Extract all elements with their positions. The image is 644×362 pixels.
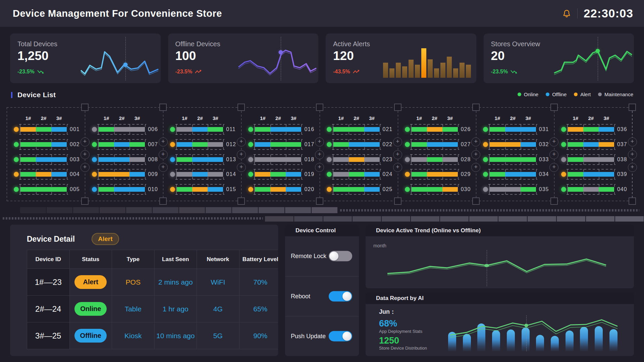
scroll-segment[interactable] xyxy=(586,216,614,222)
table-row[interactable]: 1#––23AlertPOS2 mins agoWiFI70% xyxy=(27,269,278,296)
scroll-segment[interactable] xyxy=(323,216,352,222)
bell-icon[interactable] xyxy=(562,9,571,18)
device-row[interactable]: 032 xyxy=(476,139,554,149)
device-row[interactable]: 036 xyxy=(554,124,632,134)
add-device-button[interactable]: + xyxy=(628,137,637,146)
add-device-button[interactable]: + xyxy=(628,150,637,159)
selection-handle[interactable] xyxy=(394,104,401,111)
scroll-segment[interactable] xyxy=(20,207,46,213)
legend-item-alert[interactable]: Alert xyxy=(574,92,591,97)
device-row[interactable]: 013 xyxy=(163,155,241,165)
device-row[interactable]: 040 xyxy=(554,184,632,194)
selection-handle[interactable] xyxy=(237,104,245,111)
device-row[interactable]: 026 xyxy=(398,124,476,134)
scroll-segment[interactable] xyxy=(259,207,284,213)
toggle-push-update[interactable] xyxy=(329,331,352,341)
device-row[interactable]: 030 xyxy=(398,184,476,194)
scroll-segment[interactable] xyxy=(528,216,556,222)
device-row[interactable]: 024 xyxy=(320,169,398,179)
selection-handle[interactable] xyxy=(316,104,323,111)
selection-handle[interactable] xyxy=(159,197,167,205)
device-row[interactable]: 008 xyxy=(85,155,163,165)
table-row[interactable]: 3#—25OfflineKiosk10 mins ago5G90% xyxy=(27,322,278,349)
selection-handle[interactable] xyxy=(629,104,636,111)
device-row[interactable]: 004 xyxy=(7,169,85,179)
add-device-button[interactable]: + xyxy=(159,137,168,146)
device-row[interactable]: 023 xyxy=(320,155,398,165)
device-row[interactable]: 003 xyxy=(7,155,85,165)
add-device-button[interactable]: + xyxy=(159,150,168,159)
device-row[interactable]: 029 xyxy=(398,169,476,179)
device-row[interactable]: 009 xyxy=(85,169,163,179)
add-device-button[interactable]: + xyxy=(315,163,324,172)
scroll-segment[interactable] xyxy=(47,207,72,213)
device-row[interactable]: 020 xyxy=(241,184,319,194)
add-device-button[interactable]: + xyxy=(159,163,168,172)
selection-handle[interactable] xyxy=(237,197,245,205)
add-device-button[interactable]: + xyxy=(80,137,90,146)
device-row[interactable]: 031 xyxy=(476,124,554,134)
selection-handle[interactable] xyxy=(550,104,558,111)
selection-handle[interactable] xyxy=(550,197,558,205)
device-row[interactable]: 033 xyxy=(476,155,554,165)
device-row[interactable]: 021 xyxy=(320,124,398,134)
scroll-segment[interactable] xyxy=(100,207,125,213)
scroll-segment[interactable] xyxy=(469,216,498,222)
device-row[interactable]: 034 xyxy=(476,169,554,179)
selection-handle[interactable] xyxy=(472,104,480,111)
device-row[interactable]: 039 xyxy=(554,169,632,179)
selection-handle[interactable] xyxy=(629,197,636,205)
add-device-button[interactable]: + xyxy=(471,150,480,159)
scroll-segment[interactable] xyxy=(179,207,205,213)
selection-handle[interactable] xyxy=(81,197,89,205)
scroll-segment[interactable] xyxy=(206,207,231,213)
selection-handle[interactable] xyxy=(394,197,401,205)
add-device-button[interactable]: + xyxy=(315,137,324,146)
scroll-segment[interactable] xyxy=(265,216,293,222)
selection-handle[interactable] xyxy=(472,197,480,205)
scroll-segment[interactable] xyxy=(126,207,152,213)
scroll-segment[interactable] xyxy=(498,216,527,222)
device-row[interactable]: 014 xyxy=(163,169,241,179)
add-device-button[interactable]: + xyxy=(393,150,402,159)
device-row[interactable]: 012 xyxy=(163,139,241,149)
scroll-segment[interactable] xyxy=(294,216,323,222)
device-row[interactable]: 010 xyxy=(85,184,163,194)
scroll-segment[interactable] xyxy=(557,216,585,222)
add-device-button[interactable]: + xyxy=(315,150,324,159)
device-row[interactable]: 005 xyxy=(7,184,85,194)
scroll-segment[interactable] xyxy=(382,216,410,222)
device-row[interactable]: 016 xyxy=(241,124,319,134)
add-device-button[interactable]: + xyxy=(549,137,558,146)
device-row[interactable]: 019 xyxy=(241,169,319,179)
device-row[interactable]: 018 xyxy=(241,155,319,165)
device-row[interactable]: 025 xyxy=(320,184,398,194)
scroll-segment[interactable] xyxy=(312,207,337,213)
add-device-button[interactable]: + xyxy=(237,150,246,159)
add-device-button[interactable]: + xyxy=(549,150,558,159)
device-row[interactable]: 038 xyxy=(554,155,632,165)
add-device-button[interactable]: + xyxy=(393,163,402,172)
add-device-button[interactable]: + xyxy=(80,150,90,159)
device-row[interactable]: 035 xyxy=(476,184,554,194)
add-device-button[interactable]: + xyxy=(471,137,480,146)
add-device-button[interactable]: + xyxy=(549,163,558,172)
table-row[interactable]: 2#—24OnlineTable1 hr ago4G65% xyxy=(27,296,278,322)
add-device-button[interactable]: + xyxy=(237,163,246,172)
alert-badge[interactable]: Alert xyxy=(92,233,119,245)
selection-handle[interactable] xyxy=(316,197,323,205)
device-row[interactable]: 001 xyxy=(7,124,85,134)
add-device-button[interactable]: + xyxy=(80,163,90,172)
scroll-segment[interactable] xyxy=(440,216,469,222)
device-row[interactable]: 015 xyxy=(163,184,241,194)
add-device-button[interactable]: + xyxy=(471,163,480,172)
device-row[interactable]: 027 xyxy=(398,139,476,149)
legend-item-offline[interactable]: Offline xyxy=(546,92,567,97)
device-row[interactable]: 037 xyxy=(554,139,632,149)
scroll-segment[interactable] xyxy=(73,207,99,213)
add-device-button[interactable]: + xyxy=(628,163,637,172)
scroll-segment[interactable] xyxy=(153,207,178,213)
selection-handle[interactable] xyxy=(81,104,89,111)
scroll-segment[interactable] xyxy=(232,207,258,213)
scroll-segment[interactable] xyxy=(411,216,439,222)
